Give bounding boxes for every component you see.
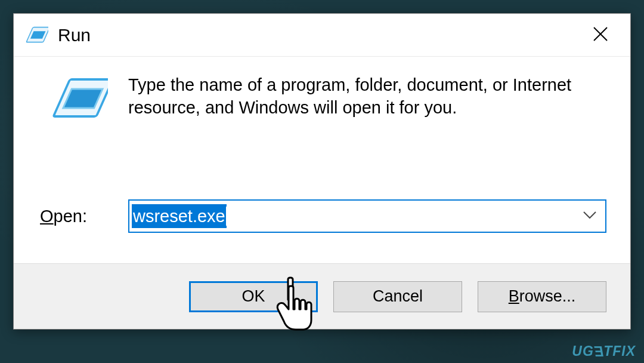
dialog-content: Type the name of a program, folder, docu… <box>14 57 630 263</box>
close-icon <box>592 23 609 48</box>
open-combobox[interactable]: wsreset.exe <box>128 199 606 233</box>
close-button[interactable] <box>571 14 630 57</box>
cancel-button[interactable]: Cancel <box>333 281 462 312</box>
dialog-title: Run <box>58 25 91 45</box>
instruction-text: Type the name of a program, folder, docu… <box>128 73 606 119</box>
titlebar: Run <box>14 14 630 57</box>
chevron-down-icon[interactable] <box>583 211 597 222</box>
cancel-button-label: Cancel <box>373 287 423 306</box>
watermark: UGETFIX <box>572 343 636 359</box>
ok-button[interactable]: OK <box>189 281 318 312</box>
dialog-footer: OK Cancel Browse... <box>14 263 630 329</box>
run-icon-large <box>38 73 121 122</box>
run-icon-small <box>24 23 48 47</box>
browse-button-label: Browse... <box>509 287 576 306</box>
run-dialog: Run Type the name of a program, folder, … <box>13 13 631 330</box>
ok-button-label: OK <box>242 287 265 306</box>
open-label: Open: <box>38 207 121 226</box>
browse-button[interactable]: Browse... <box>478 281 606 312</box>
open-input-value[interactable]: wsreset.exe <box>132 204 227 228</box>
